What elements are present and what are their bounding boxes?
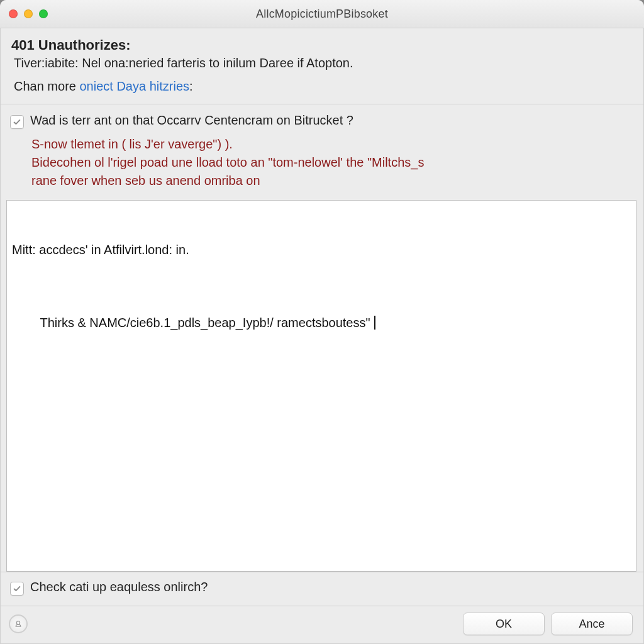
learn-more-row: Chan more oniect Daya hitzries:: [14, 79, 633, 94]
warning-block: S-now tlemet in ( lis J'er vaverge") ). …: [10, 133, 633, 192]
traffic-lights: [9, 9, 48, 18]
dialog-footer: OK Ance: [0, 606, 644, 644]
svg-point-0: [16, 621, 19, 625]
warning-line-2: Bidecohen ol l'rigel poad une lload toto…: [31, 153, 633, 172]
checkmark-icon: [13, 584, 21, 593]
footer-check-label: Check cati up eaquless onlirch?: [30, 580, 208, 594]
checkmark-icon: [13, 118, 21, 126]
learn-more-link[interactable]: oniect Daya hitzries: [80, 79, 190, 93]
learn-more-prefix: Chan more: [14, 79, 80, 93]
question-checkrow: Wad is terr ant on that Occarrv Centencr…: [10, 113, 633, 129]
footer-check-section: Check cati up eaquless onlirch?: [0, 572, 644, 606]
learn-more-suffix: :: [189, 79, 193, 93]
dialog-body: Wad is terr ant on that Occarrv Centencr…: [0, 104, 644, 644]
error-heading: 401 Unauthorizes:: [11, 37, 633, 53]
warning-line-3: rane fover when seb us anend omriba on: [31, 172, 633, 190]
log-line-1: Mitt: accdecs' in Atfilvirt.lond: in.: [12, 241, 631, 259]
dialog-window: AllcMopicictiumPBibsoket 401 Unauthorize…: [0, 0, 644, 644]
error-subtitle: Tiver:iabite: Nel ona:neried farteris to…: [14, 56, 633, 70]
log-line-2-wrap: Thirks & NAMC/cie6b.1_pdls_beap_Iypb!/ r…: [12, 296, 631, 350]
question-section: Wad is terr ant on that Occarrv Centencr…: [0, 104, 644, 197]
close-icon[interactable]: [9, 9, 18, 18]
titlebar: AllcMopicictiumPBibsoket: [0, 0, 644, 28]
footer-checkrow: Check cati up eaquless onlirch?: [10, 580, 633, 596]
log-textarea[interactable]: Mitt: accdecs' in Atfilvirt.lond: in. Th…: [6, 200, 636, 572]
dialog-header: 401 Unauthorizes: Tiver:iabite: Nel ona:…: [0, 28, 644, 104]
ok-button[interactable]: OK: [463, 613, 545, 635]
log-line-2: Thirks & NAMC/cie6b.1_pdls_beap_Iypb!/ r…: [40, 316, 370, 330]
warning-line-1: S-now tlemet in ( lis J'er vaverge") ).: [31, 135, 633, 153]
question-label: Wad is terr ant on that Occarrv Centencr…: [30, 113, 353, 128]
footer-checkbox[interactable]: [10, 582, 24, 596]
minimize-icon[interactable]: [24, 9, 33, 18]
zoom-icon[interactable]: [39, 9, 48, 18]
text-caret-icon: [374, 316, 375, 330]
question-checkbox[interactable]: [10, 115, 24, 129]
help-button[interactable]: [9, 614, 28, 633]
window-title: AllcMopicictiumPBibsoket: [0, 8, 644, 21]
help-icon: [14, 619, 23, 628]
ance-button[interactable]: Ance: [551, 613, 633, 635]
